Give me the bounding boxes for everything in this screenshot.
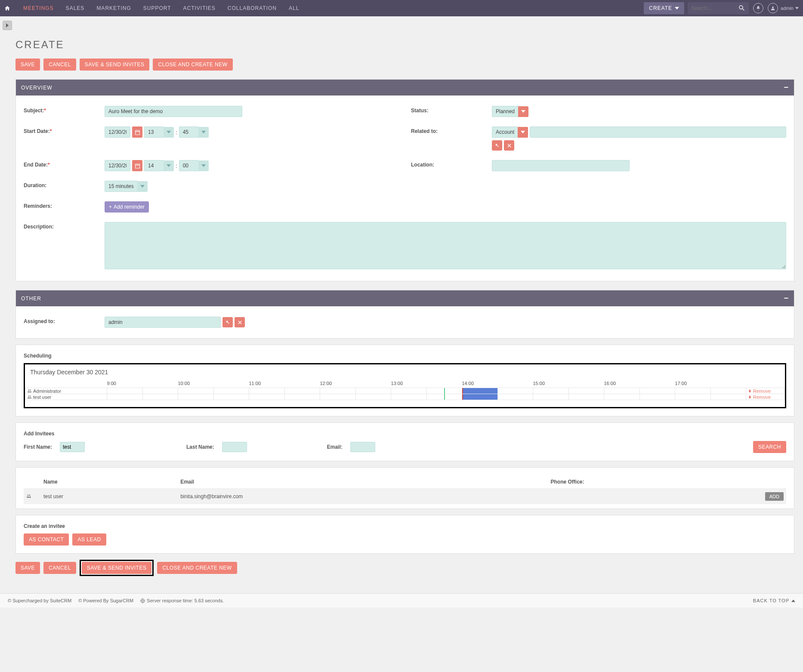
end-date-picker-button[interactable] bbox=[132, 160, 142, 171]
user-avatar-button[interactable] bbox=[768, 3, 778, 13]
nav-support[interactable]: SUPPORT bbox=[137, 0, 177, 16]
footer-response-time: Server response time: 5.63 seconds. bbox=[147, 598, 224, 603]
nav-all[interactable]: ALL bbox=[283, 0, 305, 16]
scheduling-table: 9:00 10:00 11:00 12:00 13:00 14:00 15:00… bbox=[25, 380, 785, 400]
end-hour-select[interactable]: 14 bbox=[144, 160, 174, 171]
email-input[interactable] bbox=[350, 442, 375, 452]
start-min-select[interactable]: 45 bbox=[179, 126, 209, 138]
reminders-label: Reminders: bbox=[24, 201, 93, 209]
assigned-to-input[interactable] bbox=[105, 317, 221, 328]
duration-label: Duration: bbox=[24, 181, 93, 188]
description-label: Description: bbox=[24, 222, 93, 230]
x-icon bbox=[507, 143, 512, 148]
nav-marketing[interactable]: MARKETING bbox=[90, 0, 137, 16]
invitee-results-panel: Name Email Phone Office: test user binit… bbox=[15, 467, 794, 509]
status-select[interactable]: Planned bbox=[492, 106, 528, 117]
quick-create-button[interactable]: CREATE bbox=[644, 2, 684, 14]
last-name-input[interactable] bbox=[222, 442, 247, 452]
caret-down-icon bbox=[201, 130, 206, 134]
related-type-select[interactable]: Account bbox=[492, 126, 528, 138]
save-button[interactable]: SAVE bbox=[15, 59, 40, 71]
end-min-select[interactable]: 00 bbox=[179, 160, 209, 171]
nav-sales[interactable]: SALES bbox=[60, 0, 91, 16]
add-invitee-button[interactable]: ADD bbox=[765, 492, 784, 501]
as-contact-button[interactable]: AS CONTACT bbox=[24, 533, 69, 546]
start-date-input[interactable] bbox=[105, 126, 130, 138]
location-input[interactable] bbox=[492, 160, 630, 171]
end-date-input[interactable] bbox=[105, 160, 130, 171]
related-record-input[interactable] bbox=[530, 126, 786, 138]
caret-up-icon bbox=[791, 599, 795, 603]
other-header[interactable]: OTHER − bbox=[16, 290, 794, 306]
collapse-icon[interactable]: − bbox=[784, 294, 789, 303]
related-clear-button[interactable] bbox=[504, 140, 514, 151]
save-send-invites-button[interactable]: SAVE & SEND INVITES bbox=[80, 59, 150, 71]
scheduling-date: Thursday December 30 2021 bbox=[25, 364, 785, 380]
nav-meetings[interactable]: MEETINGS bbox=[17, 0, 60, 16]
cancel-button-bottom[interactable]: CANCEL bbox=[43, 562, 76, 574]
global-search[interactable] bbox=[688, 2, 749, 14]
duration-select[interactable]: 15 minutes bbox=[105, 181, 148, 192]
nav-collaboration[interactable]: COLLABORATION bbox=[222, 0, 283, 16]
collapse-icon[interactable]: − bbox=[784, 83, 789, 92]
close-create-new-button[interactable]: CLOSE AND CREATE NEW bbox=[153, 59, 232, 71]
overview-header[interactable]: OVERVIEW − bbox=[16, 80, 794, 96]
remove-invitee-link[interactable]: Remove bbox=[748, 395, 783, 400]
caret-down-icon bbox=[167, 163, 171, 168]
scheduling-grid-highlight: Thursday December 30 2021 9:00 10:00 11:… bbox=[24, 363, 786, 408]
create-invitee-panel: Create an invitee AS CONTACT AS LEAD bbox=[15, 515, 794, 554]
related-select-button[interactable] bbox=[492, 140, 502, 151]
add-reminder-button[interactable]: + Add reminder bbox=[105, 201, 149, 213]
nav-activities[interactable]: ACTIVITIES bbox=[177, 0, 222, 16]
top-nav: MEETINGS SALES MARKETING SUPPORT ACTIVIT… bbox=[17, 0, 305, 16]
caret-down-icon bbox=[675, 6, 679, 10]
user-icon bbox=[770, 6, 775, 11]
start-date-label: Start Date:* bbox=[24, 126, 93, 134]
description-textarea[interactable] bbox=[105, 222, 786, 269]
assigned-select-button[interactable] bbox=[222, 317, 233, 327]
remove-invitee-link[interactable]: Remove bbox=[748, 388, 783, 394]
save-send-invites-highlight: SAVE & SEND INVITES bbox=[80, 560, 154, 576]
scheduling-panel: Scheduling Thursday December 30 2021 9:0… bbox=[15, 345, 794, 416]
add-invitees-panel: Add Invitees First Name: Last Name: Emai… bbox=[15, 422, 794, 461]
save-send-invites-button-bottom[interactable]: SAVE & SEND INVITES bbox=[82, 562, 152, 574]
people-icon bbox=[27, 395, 32, 399]
search-icon[interactable] bbox=[738, 5, 745, 12]
arrow-up-left-icon bbox=[495, 143, 500, 148]
sidebar-toggle[interactable] bbox=[3, 21, 12, 30]
plus-icon: + bbox=[109, 204, 112, 210]
back-to-top-link[interactable]: BACK TO TOP bbox=[753, 598, 795, 603]
invitee-results-table: Name Email Phone Office: test user binit… bbox=[24, 475, 786, 504]
user-menu[interactable]: admin bbox=[781, 6, 799, 11]
cancel-button[interactable]: CANCEL bbox=[43, 59, 76, 71]
quick-create-label: CREATE bbox=[649, 5, 672, 11]
last-name-label: Last Name: bbox=[186, 444, 214, 450]
start-hour-select[interactable]: 13 bbox=[144, 126, 174, 138]
globe-icon bbox=[140, 598, 145, 603]
first-name-input[interactable] bbox=[60, 442, 85, 452]
action-buttons-bottom: SAVE CANCEL SAVE & SEND INVITES CLOSE AN… bbox=[15, 560, 794, 576]
caret-down-icon bbox=[167, 130, 171, 134]
first-name-label: First Name: bbox=[24, 444, 52, 450]
assigned-to-label: Assigned to: bbox=[24, 317, 93, 324]
subject-label: Subject:* bbox=[24, 106, 93, 114]
people-icon bbox=[27, 388, 32, 393]
location-label: Location: bbox=[411, 160, 480, 168]
assigned-clear-button[interactable] bbox=[235, 317, 245, 327]
calendar-icon bbox=[135, 129, 140, 135]
trash-icon bbox=[748, 389, 752, 393]
search-input[interactable] bbox=[691, 5, 738, 11]
save-button-bottom[interactable]: SAVE bbox=[15, 562, 40, 574]
invitee-search-button[interactable]: SEARCH bbox=[753, 441, 786, 453]
as-lead-button[interactable]: AS LEAD bbox=[72, 533, 106, 546]
caret-down-icon bbox=[521, 109, 525, 114]
close-create-new-button-bottom[interactable]: CLOSE AND CREATE NEW bbox=[157, 562, 237, 574]
home-icon[interactable] bbox=[4, 5, 10, 11]
notifications-button[interactable] bbox=[753, 3, 763, 13]
arrow-up-left-icon bbox=[225, 320, 230, 325]
subject-input[interactable] bbox=[105, 106, 242, 117]
footer: © Supercharged by SuiteCRM © Powered By … bbox=[0, 593, 803, 607]
result-row: test user binita.singh@brainvire.com ADD bbox=[24, 489, 786, 505]
caret-down-icon bbox=[521, 130, 525, 134]
start-date-picker-button[interactable] bbox=[132, 126, 142, 138]
